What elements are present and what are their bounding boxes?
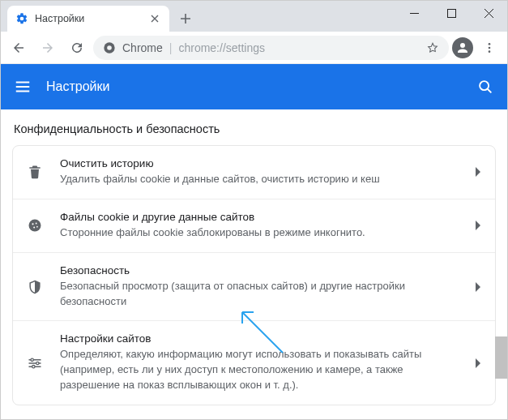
row-title: Настройки сайтов [60, 332, 459, 345]
chevron-right-icon [476, 358, 482, 368]
row-text: Безопасность Безопасный просмотр (защита… [60, 264, 459, 310]
row-text: Файлы cookie и другие данные сайтов Стор… [60, 211, 459, 241]
url-divider: | [169, 41, 173, 54]
profile-avatar[interactable] [452, 37, 473, 58]
svg-point-8 [32, 224, 33, 225]
hamburger-menu-icon[interactable] [14, 78, 32, 96]
privacy-card: Очистить историю Удалить файлы cookie и … [12, 145, 496, 405]
row-title: Файлы cookie и другие данные сайтов [60, 211, 459, 223]
search-icon[interactable] [476, 78, 494, 96]
settings-gear-icon [15, 12, 28, 25]
nav-forward-button[interactable] [35, 35, 61, 61]
svg-point-9 [36, 223, 37, 225]
section-title: Конфиденциальность и безопасность [1, 109, 507, 145]
row-text: Настройки сайтов Определяют, какую инфор… [60, 332, 459, 393]
shield-icon [26, 279, 44, 295]
url-text: chrome://settings [178, 41, 420, 54]
scrollbar-thumb[interactable] [495, 336, 507, 379]
row-title: Очистить историю [60, 157, 459, 169]
row-subtitle: Определяют, какую информацию могут испол… [60, 347, 459, 393]
svg-point-2 [107, 45, 112, 50]
svg-point-5 [489, 50, 491, 53]
svg-point-3 [489, 43, 491, 45]
chrome-logo-icon [103, 41, 116, 54]
window-maximize-button[interactable] [433, 1, 470, 25]
row-clear-history[interactable]: Очистить историю Удалить файлы cookie и … [13, 146, 495, 199]
tab-title: Настройки [35, 13, 142, 24]
window-minimize-button[interactable] [395, 1, 433, 25]
sliders-icon [26, 355, 44, 371]
bookmark-star-icon[interactable] [426, 41, 439, 54]
tab-close-icon[interactable] [148, 12, 161, 25]
chevron-right-icon [476, 221, 482, 230]
row-cookies[interactable]: Файлы cookie и другие данные сайтов Стор… [13, 199, 495, 253]
nav-reload-button[interactable] [64, 35, 90, 61]
row-subtitle: Сторонние файлы cookie заблокированы в р… [60, 225, 459, 241]
row-security[interactable]: Безопасность Безопасный просмотр (защита… [13, 253, 495, 322]
row-title: Безопасность [60, 264, 459, 276]
appbar-title: Настройки [46, 79, 462, 94]
chevron-right-icon [476, 167, 482, 177]
row-text: Очистить историю Удалить файлы cookie и … [60, 157, 459, 187]
row-subtitle: Безопасный просмотр (защита от опасных с… [60, 279, 459, 310]
svg-point-10 [33, 227, 35, 229]
window-close-button[interactable] [470, 1, 507, 25]
url-prefix: Chrome [122, 41, 163, 54]
svg-rect-0 [447, 9, 455, 17]
row-subtitle: Удалить файлы cookie и данные сайтов, оч… [60, 172, 459, 187]
new-tab-button[interactable] [174, 7, 197, 30]
svg-point-6 [480, 81, 489, 90]
svg-point-12 [31, 358, 33, 361]
chevron-right-icon [476, 282, 482, 292]
browser-tab[interactable]: Настройки [7, 6, 169, 32]
svg-point-4 [489, 46, 491, 49]
browser-menu-button[interactable] [476, 35, 502, 61]
row-site-settings[interactable]: Настройки сайтов Определяют, какую инфор… [13, 321, 495, 405]
address-bar[interactable]: Chrome | chrome://settings [93, 36, 449, 60]
cookie-icon [26, 217, 44, 234]
window-titlebar: Настройки [1, 1, 507, 32]
settings-appbar: Настройки [1, 64, 507, 109]
nav-back-button[interactable] [6, 35, 32, 61]
browser-toolbar: Chrome | chrome://settings [1, 32, 507, 64]
svg-point-11 [36, 226, 38, 228]
svg-point-13 [36, 362, 39, 364]
svg-point-14 [32, 365, 35, 367]
window-controls [395, 1, 507, 25]
settings-content: Конфиденциальность и безопасность Очисти… [1, 109, 507, 420]
trash-icon [26, 164, 44, 180]
svg-point-7 [29, 220, 41, 232]
